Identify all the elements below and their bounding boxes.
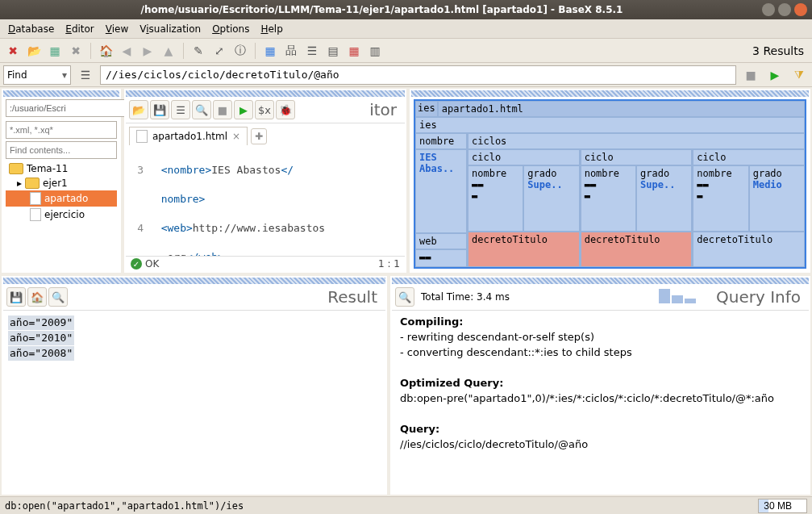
queryinfo-panel: 🔍 Total Time: 3.4 ms Query Info Compilin… [390, 276, 810, 495]
menu-editor[interactable]: Editor [60, 22, 99, 36]
editor-find-button[interactable]: 🔍 [192, 100, 211, 119]
result-count: 3 Results [752, 44, 809, 57]
map-panel: iesapartado1.html ies nombre IES Abas.. … [410, 89, 810, 273]
content-find-input[interactable] [6, 141, 117, 159]
stop-button[interactable]: ■ [741, 65, 760, 85]
editor-debug-button[interactable]: 🐞 [276, 100, 295, 119]
close-tab-icon[interactable]: × [232, 131, 240, 142]
home-button[interactable]: 🏠 [96, 41, 115, 61]
editor-open-button[interactable]: 📂 [129, 100, 148, 119]
search-mode-combo[interactable]: Find [3, 65, 71, 85]
result-save-button[interactable]: 💾 [6, 287, 26, 307]
map-view-button[interactable]: ▦ [260, 41, 280, 61]
map-view[interactable]: iesapartado1.html ies nombre IES Abas.. … [414, 99, 806, 269]
editor-run-button[interactable]: ▶ [234, 100, 253, 119]
filter-button[interactable]: ⧩ [789, 65, 809, 85]
menu-help[interactable]: Help [256, 22, 287, 36]
explorer-view-button[interactable]: ▥ [365, 41, 385, 61]
timing-chart-icon [659, 289, 696, 303]
info-button[interactable]: ⓘ [231, 41, 250, 61]
folder-icon [25, 178, 40, 189]
folder-view-button[interactable]: ☰ [302, 41, 322, 61]
query-bar: Find ☰ ■ ▶ ⧩ [0, 63, 812, 87]
plot-view-button[interactable]: ▤ [323, 41, 343, 61]
folder-icon [9, 163, 23, 174]
statusbar: db:open("apartado1","apartado1.html")/ie… [0, 496, 812, 514]
file-filter-input[interactable] [6, 121, 117, 139]
menubar: Database Editor View Visualization Optio… [0, 19, 812, 39]
cursor-pos: 1 : 1 [378, 258, 400, 270]
file-icon [136, 130, 148, 143]
queryinfo-output[interactable]: Compiling: - rewriting descendant-or-sel… [392, 311, 809, 455]
menu-view[interactable]: View [101, 22, 133, 36]
forward-button[interactable]: ▶ [138, 41, 157, 61]
project-path-input[interactable] [6, 99, 125, 117]
open-button[interactable]: 📂 [24, 41, 44, 61]
window-title: /home/usuario/Escritorio/LLMM/Tema-11/ej… [5, 4, 759, 15]
code-editor[interactable]: 3 <nombre>IES Abastos</ nombre> 4 <web>h… [126, 145, 405, 256]
editor-status: OK [145, 258, 159, 270]
queryinfo-find-button[interactable]: 🔍 [395, 287, 414, 307]
ok-icon: ✓ [131, 258, 142, 270]
add-tab-button[interactable]: ✚ [251, 128, 267, 144]
editor-vars-button[interactable]: $x [255, 100, 274, 119]
result-find-button[interactable]: 🔍 [48, 287, 68, 307]
close-db-button[interactable]: ✖ [66, 41, 85, 61]
run-button[interactable]: ▶ [765, 65, 785, 85]
table-view-button[interactable]: ▦ [344, 41, 364, 61]
menu-database[interactable]: Database [3, 22, 59, 36]
editor-view-button[interactable]: ✎ [189, 41, 208, 61]
project-tree[interactable]: Tema-11 ▸ ejer1 apartado ejercicio [6, 161, 117, 223]
file-icon [30, 208, 41, 221]
editor-save-button[interactable]: 💾 [150, 100, 169, 119]
memory-indicator[interactable]: 30 MB [758, 499, 807, 513]
queryinfo-title: Query Info [716, 287, 806, 307]
back-button[interactable]: ◀ [117, 41, 136, 61]
statusbar-path: db:open("apartado1","apartado1.html")/ie… [5, 500, 244, 512]
window-titlebar: /home/usuario/Escritorio/LLMM/Tema-11/ej… [0, 0, 812, 19]
menu-options[interactable]: Options [207, 22, 254, 36]
main-toolbar: ✖ 📂 ▦ ✖ 🏠 ◀ ▶ ▲ ✎ ⤢ ⓘ ▦ 品 ☰ ▤ ▦ ▥ 3 Resu… [0, 39, 812, 63]
up-button[interactable]: ▲ [159, 41, 178, 61]
editor-stop-button[interactable]: ■ [213, 100, 232, 119]
new-db-button[interactable]: ✖ [3, 41, 23, 61]
maximize-icon[interactable] [778, 3, 791, 16]
close-icon[interactable] [794, 3, 807, 16]
result-panel: 💾 🏠 🔍 Result año="2009" año="2010" año="… [2, 276, 387, 495]
minimize-icon[interactable] [762, 3, 775, 16]
result-title: Result [327, 287, 382, 307]
history-button[interactable]: ☰ [76, 65, 95, 85]
editor-history-button[interactable]: ☰ [171, 100, 190, 119]
rt-filter-button[interactable]: ⤢ [210, 41, 229, 61]
file-icon [30, 192, 41, 205]
result-home-button[interactable]: 🏠 [27, 287, 47, 307]
editor-tab[interactable]: apartado1.html × [129, 127, 248, 145]
queryinfo-time: Total Time: 3.4 ms [421, 291, 510, 303]
editor-panel: 📂 💾 ☰ 🔍 ■ ▶ $x 🐞 itor apartado1.html × ✚… [124, 89, 406, 273]
tree-view-button[interactable]: 品 [281, 41, 301, 61]
properties-button[interactable]: ▦ [45, 41, 65, 61]
xpath-input[interactable] [100, 65, 736, 85]
menu-visualization[interactable]: Visualization [135, 22, 206, 36]
editor-title: itor [369, 100, 402, 119]
result-output[interactable]: año="2009" año="2010" año="2008" [3, 311, 385, 366]
project-panel: … Tema-11 ▸ ejer1 apartado ejercicio [2, 89, 121, 273]
